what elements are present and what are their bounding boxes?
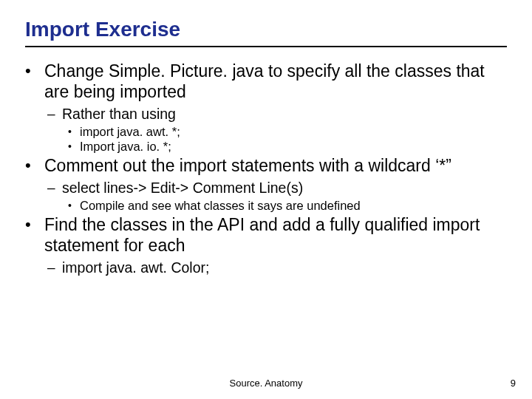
bullet-list: • Change Simple. Picture. java to specif… — [25, 61, 507, 276]
bullet-text: select lines-> Edit-> Comment Line(s) — [62, 179, 303, 197]
page-number: 9 — [511, 378, 516, 389]
list-item: • Compile and see what classes it says a… — [68, 198, 507, 213]
bullet-dot-icon: • — [68, 124, 80, 139]
list-item: • Change Simple. Picture. java to specif… — [25, 61, 507, 154]
bullet-dash-icon: – — [47, 259, 62, 276]
bullet-dot-icon: • — [68, 139, 80, 154]
list-item: – Rather than using • import java. awt. … — [47, 105, 507, 154]
bullet-text: Comment out the import statements with a… — [44, 155, 451, 176]
bullet-text: Import java. io. *; — [80, 139, 171, 154]
bullet-dot-icon: • — [25, 155, 44, 176]
list-item: • import java. awt. *; — [68, 124, 507, 139]
bullet-dash-icon: – — [47, 105, 62, 123]
list-item: – select lines-> Edit-> Comment Line(s) … — [47, 179, 507, 213]
bullet-text: Rather than using — [62, 105, 176, 123]
slide-title: Import Exercise — [25, 18, 507, 47]
bullet-text: Find the classes in the API and add a fu… — [44, 214, 507, 256]
bullet-text: Change Simple. Picture. java to specify … — [44, 61, 507, 102]
bullet-dot-icon: • — [25, 61, 44, 81]
bullet-text: import java. awt. Color; — [62, 259, 209, 276]
footer-source: Source. Anatomy — [0, 378, 532, 389]
bullet-text: Compile and see what classes it says are… — [80, 198, 361, 213]
list-item: • Comment out the import statements with… — [25, 155, 507, 213]
bullet-dot-icon: • — [68, 198, 80, 213]
bullet-text: import java. awt. *; — [80, 124, 180, 139]
list-item: • Import java. io. *; — [68, 139, 507, 154]
list-item: – import java. awt. Color; — [47, 259, 507, 276]
bullet-dash-icon: – — [47, 179, 62, 197]
bullet-dot-icon: • — [25, 214, 44, 235]
list-item: • Find the classes in the API and add a … — [25, 214, 507, 276]
